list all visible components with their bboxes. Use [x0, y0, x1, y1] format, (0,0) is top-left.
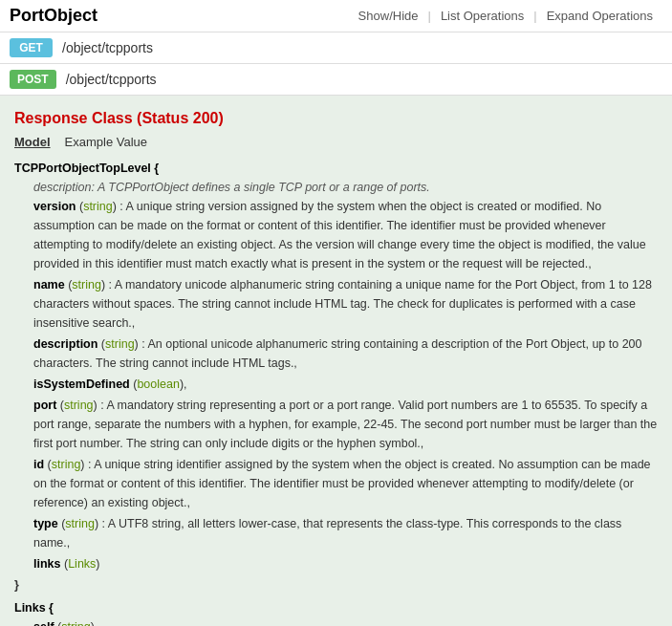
tab-example[interactable]: Example Value: [65, 135, 152, 149]
page-title: PortObject: [10, 6, 98, 26]
links-self-field: self (string): [33, 617, 658, 626]
expand-operations-button[interactable]: Expand Operations: [537, 7, 662, 25]
field-port: port (string) : A mandatory string repre…: [33, 396, 658, 453]
header: PortObject Show/Hide | List Operations |…: [0, 0, 672, 32]
field-type: type (string) : A UTF8 string, all lette…: [33, 514, 658, 552]
links-type-name: Links {: [14, 598, 658, 617]
response-class-title: Response Class (Status 200): [14, 110, 658, 127]
post-endpoint-path: /object/tcpports: [66, 72, 157, 87]
list-operations-button[interactable]: List Operations: [431, 7, 533, 25]
endpoint-get-row[interactable]: GET /object/tcpports: [0, 32, 672, 64]
method-post-badge: POST: [10, 70, 56, 89]
field-description: description (string) : An optional unico…: [33, 335, 658, 373]
content-area: Response Class (Status 200) Model Exampl…: [0, 96, 672, 626]
show-hide-button[interactable]: Show/Hide: [349, 7, 428, 25]
header-actions: Show/Hide | List Operations | Expand Ope…: [349, 7, 662, 25]
field-id: id (string) : A unique string identifier…: [33, 455, 658, 512]
close-brace-top: }: [14, 575, 658, 594]
field-name: name (string) : A mandatory unicode alph…: [33, 275, 658, 333]
tab-model[interactable]: Model: [14, 135, 55, 149]
endpoint-post-row[interactable]: POST /object/tcpports: [0, 64, 672, 96]
links-section: Links { self (string) }: [14, 598, 658, 626]
method-get-badge: GET: [10, 38, 53, 57]
get-endpoint-path: /object/tcpports: [62, 40, 153, 55]
field-links: links (Links): [33, 554, 658, 573]
field-version: version (string) : A unique string versi…: [33, 197, 658, 273]
field-issystemdefined: isSystemDefined (boolean),: [33, 375, 658, 394]
schema-block: TCPPortObjectTopLevel { description: A T…: [14, 159, 658, 626]
top-level-type: TCPPortObjectTopLevel {: [14, 159, 658, 178]
model-tabs: Model Example Value: [14, 135, 658, 149]
schema-description-italic: description: A TCPPortObject defines a s…: [33, 178, 658, 197]
